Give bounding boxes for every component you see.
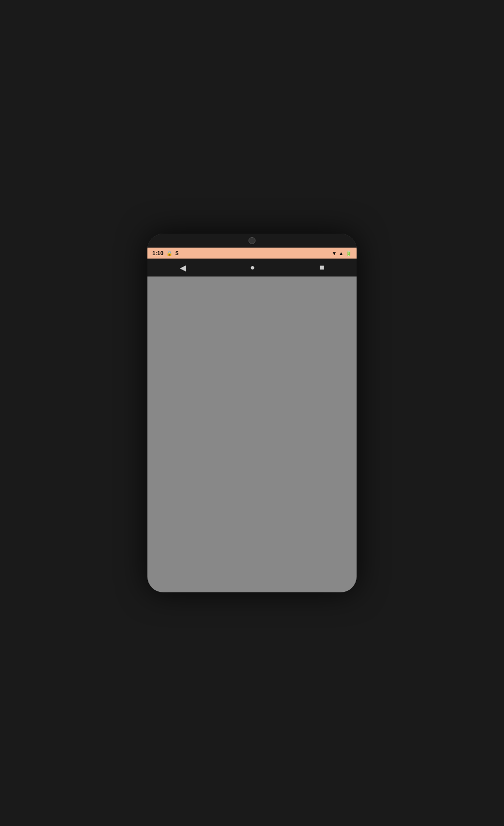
lock-icon: 🔒 (166, 251, 172, 256)
status-time: 1:10 (152, 250, 163, 256)
device: 1:10 🔒 S ▼ ▲ 🔋 EN LS (147, 234, 357, 592)
data-icon: S (175, 251, 179, 256)
status-bar-left: 1:10 🔒 S (152, 250, 179, 256)
wifi-icon: ▼ (332, 251, 337, 256)
camera (249, 237, 255, 244)
screen: 1:10 🔒 S ▼ ▲ 🔋 EN LS (147, 248, 357, 592)
home-button[interactable]: ● (250, 263, 255, 272)
device-top (147, 234, 357, 248)
signal-icon: ▲ (339, 251, 344, 256)
status-bar-right: ▼ ▲ 🔋 (332, 251, 352, 256)
recent-button[interactable]: ■ (320, 263, 325, 272)
android-nav-bar: ◀ ● ■ (147, 259, 357, 276)
back-button[interactable]: ◀ (180, 263, 186, 273)
battery-icon: 🔋 (346, 251, 352, 256)
status-bar: 1:10 🔒 S ▼ ▲ 🔋 (147, 248, 357, 259)
